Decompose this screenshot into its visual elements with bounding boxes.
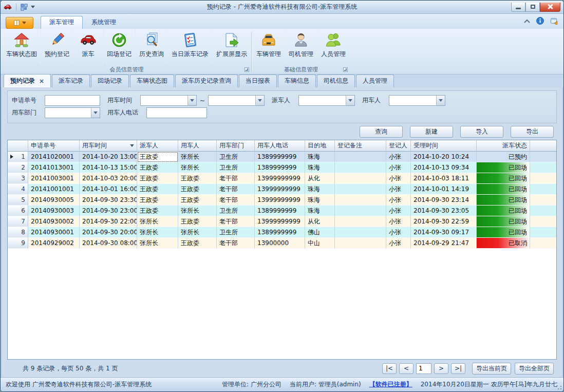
phone-input[interactable] bbox=[146, 107, 207, 118]
application-menu-button[interactable] bbox=[6, 17, 33, 29]
table-cell-dept[interactable]: 卫生所 bbox=[217, 162, 255, 173]
personnel-management-button[interactable]: 人员管理 bbox=[317, 30, 349, 65]
column-header-apply_no[interactable]: 申请单号 bbox=[28, 140, 80, 152]
apply-no-input[interactable] bbox=[45, 95, 100, 106]
return-register-button[interactable]: 回场登记 bbox=[103, 30, 136, 65]
table-cell-user[interactable]: 王政委 bbox=[178, 195, 217, 206]
table-cell-apply_no[interactable]: 20140930002 bbox=[28, 216, 80, 227]
table-cell-phone[interactable]: 1389999999 bbox=[255, 162, 305, 173]
table-cell-phone[interactable]: 13999999999 bbox=[255, 184, 305, 195]
table-cell-apply_no[interactable]: 20140930003 bbox=[28, 206, 80, 216]
table-cell-remark[interactable] bbox=[335, 206, 386, 216]
table-cell-dispatcher[interactable]: 张所长 bbox=[137, 216, 178, 227]
table-cell-remark[interactable] bbox=[335, 227, 386, 238]
vehicle-status-map-button[interactable]: 车辆状态图 bbox=[3, 30, 41, 65]
table-cell-use_time[interactable]: 2014-09-30 22:00 bbox=[80, 216, 137, 227]
dialog-launcher-icon[interactable] bbox=[343, 67, 348, 72]
table-row[interactable]: 7201409300022014-09-30 22:00张所长王政委老干部139… bbox=[8, 216, 556, 227]
table-cell-dest[interactable]: 珠海 bbox=[305, 206, 335, 216]
row-number-cell[interactable]: 3 bbox=[8, 173, 28, 184]
table-cell-user[interactable]: 王政委 bbox=[178, 238, 217, 249]
table-cell-dispatcher[interactable]: 张所长 bbox=[137, 238, 178, 249]
combo-button[interactable] bbox=[187, 96, 196, 105]
table-cell-use_time[interactable]: 2014-09-30 23:30 bbox=[80, 195, 137, 206]
row-number-cell[interactable]: 5 bbox=[8, 195, 28, 206]
tab-return-records[interactable]: 回场记录 bbox=[91, 74, 129, 87]
table-cell-phone[interactable]: 1389999999 bbox=[255, 206, 305, 216]
dialog-launcher-icon[interactable] bbox=[245, 67, 249, 72]
table-cell-phone[interactable]: 13900000 bbox=[255, 238, 305, 249]
column-header-accept_time[interactable]: 受理时间 bbox=[411, 140, 477, 152]
export-button[interactable]: 导出 bbox=[511, 126, 554, 138]
dropdown-arrow-icon[interactable] bbox=[31, 6, 35, 8]
tab-vehicle-info[interactable]: 车辆信息 bbox=[278, 74, 316, 87]
table-cell-use_time[interactable]: 2014-10-03 20:00 bbox=[80, 173, 137, 184]
table-cell-apply_no[interactable]: 20141003001 bbox=[28, 173, 80, 184]
ribbon-tab-dispatch-management[interactable]: 派车管理 bbox=[41, 16, 83, 29]
table-cell-dispatcher[interactable]: 王政委 bbox=[137, 206, 178, 216]
table-cell-use_time[interactable]: 2014-09-30 20:00 bbox=[80, 227, 137, 238]
table-cell-registrar[interactable]: 小张 bbox=[386, 216, 411, 227]
table-cell-remark[interactable] bbox=[335, 162, 386, 173]
table-cell-use_time[interactable]: 2014-09-30 23:00 bbox=[80, 206, 137, 216]
table-cell-dept[interactable]: 老干部 bbox=[217, 195, 255, 206]
table-cell-registrar[interactable]: 小张 bbox=[386, 195, 411, 206]
table-cell-user[interactable]: 张所长 bbox=[178, 152, 217, 162]
table-cell-registrar[interactable]: 小张 bbox=[386, 227, 411, 238]
first-page-button[interactable]: |< bbox=[382, 363, 397, 374]
use-time-to-combo[interactable] bbox=[208, 95, 265, 106]
table-cell-apply_no[interactable]: 20141013001 bbox=[28, 162, 80, 173]
column-header-dispatcher[interactable]: 派车人 bbox=[137, 140, 178, 152]
table-cell-use_time[interactable]: 2014-10-20 13:00 bbox=[80, 152, 137, 162]
app-home-icon[interactable] bbox=[550, 17, 558, 25]
tab-reservation-records[interactable]: 预约记录 × bbox=[4, 74, 51, 87]
row-number-cell[interactable]: 7 bbox=[8, 216, 28, 227]
table-cell-dept[interactable]: 老干部 bbox=[217, 173, 255, 184]
close-button[interactable] bbox=[540, 3, 560, 12]
table-cell-dest[interactable]: 佛山 bbox=[305, 227, 335, 238]
row-number-cell[interactable]: 9 bbox=[8, 238, 28, 249]
export-current-page-button[interactable]: 导出当前页 bbox=[472, 363, 511, 375]
table-cell-accept_time[interactable]: 2014-09-30 09:17 bbox=[411, 227, 477, 238]
combo-button[interactable] bbox=[346, 96, 354, 105]
table-cell-remark[interactable] bbox=[335, 238, 386, 249]
table-cell-user[interactable]: 王政委 bbox=[178, 173, 217, 184]
table-cell-dispatcher[interactable]: 王政委 bbox=[137, 162, 178, 173]
user-combo[interactable] bbox=[389, 95, 445, 106]
table-cell-dest[interactable]: 中山 bbox=[305, 238, 335, 249]
table-cell-remark[interactable] bbox=[335, 195, 386, 206]
column-header-dest[interactable]: 目的地 bbox=[305, 140, 335, 152]
row-number-cell[interactable]: 8 bbox=[8, 227, 28, 238]
dept-combo[interactable] bbox=[45, 107, 100, 118]
table-cell-use_time[interactable]: 2014-10-01 16:00 bbox=[80, 184, 137, 195]
table-cell-status[interactable]: 已预约 bbox=[477, 152, 530, 162]
combo-button[interactable] bbox=[436, 96, 445, 105]
tab-vehicle-status-map[interactable]: 车辆状态图 bbox=[130, 74, 174, 87]
table-cell-dest[interactable]: 从化 bbox=[305, 173, 335, 184]
table-cell-dispatcher[interactable]: 王政委 bbox=[137, 152, 178, 162]
reservation-register-button[interactable]: 预约登记 bbox=[41, 30, 73, 65]
last-page-button[interactable]: >| bbox=[451, 363, 465, 374]
table-cell-user[interactable]: 张所长 bbox=[178, 162, 217, 173]
table-cell-dept[interactable]: 卫生所 bbox=[217, 227, 255, 238]
table-cell-status[interactable]: 已回场 bbox=[477, 162, 530, 173]
table-cell-status[interactable]: 已回场 bbox=[477, 173, 530, 184]
table-cell-accept_time[interactable]: 2014-09-30 23:14 bbox=[411, 195, 477, 206]
driver-management-button[interactable]: 司机管理 bbox=[285, 30, 317, 65]
collapse-ribbon-icon[interactable] bbox=[524, 19, 530, 23]
table-cell-apply_no[interactable]: 20140929002 bbox=[28, 238, 80, 249]
table-cell-user[interactable]: 张所长 bbox=[178, 227, 217, 238]
table-cell-dept[interactable]: 老干部 bbox=[217, 184, 255, 195]
table-cell-status[interactable]: 已取消 bbox=[477, 238, 530, 249]
table-cell-user[interactable]: 张所长 bbox=[178, 206, 217, 216]
tab-daily-report[interactable]: 当日报表 bbox=[239, 74, 277, 87]
table-cell-user[interactable]: 王政委 bbox=[178, 216, 217, 227]
tab-driver-info[interactable]: 司机信息 bbox=[317, 74, 355, 87]
table-cell-remark[interactable] bbox=[335, 152, 386, 162]
table-cell-remark[interactable] bbox=[335, 173, 386, 184]
table-cell-dept[interactable]: 老干部 bbox=[217, 216, 255, 227]
use-time-from-combo[interactable] bbox=[140, 95, 197, 106]
row-number-cell[interactable]: 2 bbox=[8, 162, 28, 173]
table-cell-accept_time[interactable]: 2014-10-03 18:11 bbox=[411, 173, 477, 184]
table-cell-registrar[interactable]: 小张 bbox=[386, 173, 411, 184]
